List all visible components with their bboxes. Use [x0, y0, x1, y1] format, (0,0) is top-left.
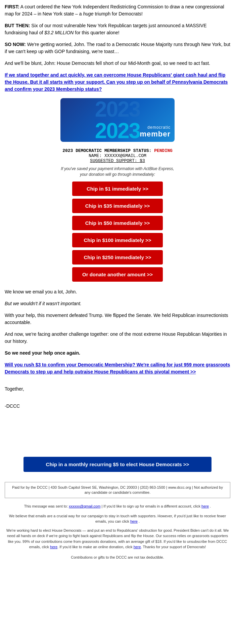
footer-email-link[interactable]: xxxxxx@gmail.com: [69, 504, 100, 508]
label-but-then: BUT THEN:: [5, 23, 30, 28]
disclaimer-box: Paid for by the DCCC | 430 South Capitol…: [5, 482, 230, 498]
status-value: PENDING: [154, 148, 173, 153]
card-label-democratic: democratic: [140, 125, 171, 130]
paragraph-but-then: BUT THEN: Six of our most vulnerable New…: [5, 22, 230, 36]
paragraph-so-now: SO NOW: We're getting worried, John. The…: [5, 41, 230, 55]
express-note: If you've saved your payment information…: [60, 166, 175, 177]
paragraph-help: With your help, this movement defeated T…: [5, 312, 230, 326]
paragraph-know: We know we email you a lot, John.: [5, 288, 230, 295]
footer-cta-container: Chip in a monthly recurring $5 to elect …: [0, 450, 235, 479]
footer-line-3: We're working hard to elect House Democr…: [0, 526, 235, 553]
name-value: XXXXXX@GMAIL.COM: [104, 153, 146, 158]
donate-btn-35[interactable]: Chip in $35 immediately >>: [72, 199, 163, 213]
paragraph-facing: And now, we're facing another challenge …: [5, 331, 230, 345]
paragraph-blunt: And we'll be blunt, John: House Democrat…: [5, 60, 230, 67]
closing-together: Together,: [5, 386, 230, 393]
footer-unsubscribe-link[interactable]: here: [50, 545, 57, 549]
footer-line-1: This message was sent to: xxxxxx@gmail.c…: [0, 501, 235, 511]
donate-btn-250[interactable]: Chip in $250 immediately >>: [72, 250, 163, 265]
closing-dccc: -DCCC: [5, 403, 230, 410]
donate-btn-50[interactable]: Chip in $50 immediately >>: [72, 216, 163, 230]
status-label: 2023 DEMOCRATIC MEMBERSHIP STATUS:: [62, 148, 151, 153]
footer-signup-link[interactable]: here: [201, 504, 209, 508]
card-year-top: 2023: [95, 98, 140, 120]
footer-fewer-emails-link[interactable]: here: [130, 519, 138, 523]
paragraph-first: FIRST: A court ordered the New York Inde…: [5, 3, 230, 17]
cta-link-1[interactable]: If we stand together and act quickly, we…: [5, 72, 230, 93]
membership-card: 2023 2023 democratic member: [60, 98, 175, 142]
donate-buttons: Chip in $1 immediately >> Chip in $35 im…: [5, 182, 230, 282]
donate-btn-100[interactable]: Chip in $100 immediately >>: [72, 233, 163, 247]
membership-name-line: NAME: XXXXXX@GMAIL.COM: [5, 153, 230, 158]
cta-link-1-anchor[interactable]: If we stand together and act quickly, we…: [5, 72, 228, 92]
footer-line-4: Contributions or gifts to the DCCC are n…: [0, 553, 235, 564]
donate-btn-1[interactable]: Chip in $1 immediately >>: [72, 182, 163, 196]
membership-status-block: 2023 DEMOCRATIC MEMBERSHIP STATUS: PENDI…: [5, 148, 230, 163]
footer-line-2: We believe that emails are a crucial way…: [0, 511, 235, 526]
card-label: democratic member: [140, 125, 171, 138]
membership-status-line: 2023 DEMOCRATIC MEMBERSHIP STATUS: PENDI…: [5, 148, 230, 153]
paragraph-need: So we need your help once again.: [5, 350, 230, 357]
text-so-now: We're getting worried, John. The road to…: [5, 42, 230, 54]
footer-cta-btn[interactable]: Chip in a monthly recurring $5 to elect …: [23, 457, 211, 472]
membership-card-container: 2023 2023 democratic member: [5, 98, 230, 143]
label-first: FIRST:: [5, 4, 19, 9]
paragraph-wouldnt: But we wouldn't if it wasn't important.: [5, 300, 230, 307]
card-label-member: member: [140, 130, 171, 138]
card-year-bottom: 2023: [95, 120, 140, 142]
cta-link-2-anchor[interactable]: Will you rush $3 to confirm your Democra…: [5, 362, 230, 374]
label-so-now: SO NOW:: [5, 42, 26, 47]
footer-donate-link[interactable]: here: [134, 545, 141, 549]
text-but-then: Six of our most vulnerable New York Repu…: [5, 23, 207, 35]
name-label: NAME:: [89, 153, 102, 158]
cta-link-2[interactable]: Will you rush $3 to confirm your Democra…: [5, 361, 230, 375]
text-blunt: And we'll be blunt, John: House Democrat…: [5, 61, 210, 66]
text-first: A court ordered the New York Independent…: [5, 4, 224, 16]
suggested-support-line: SUGGESTED SUPPORT: $3: [5, 158, 230, 163]
donate-btn-other[interactable]: Or donate another amount >>: [72, 267, 163, 282]
